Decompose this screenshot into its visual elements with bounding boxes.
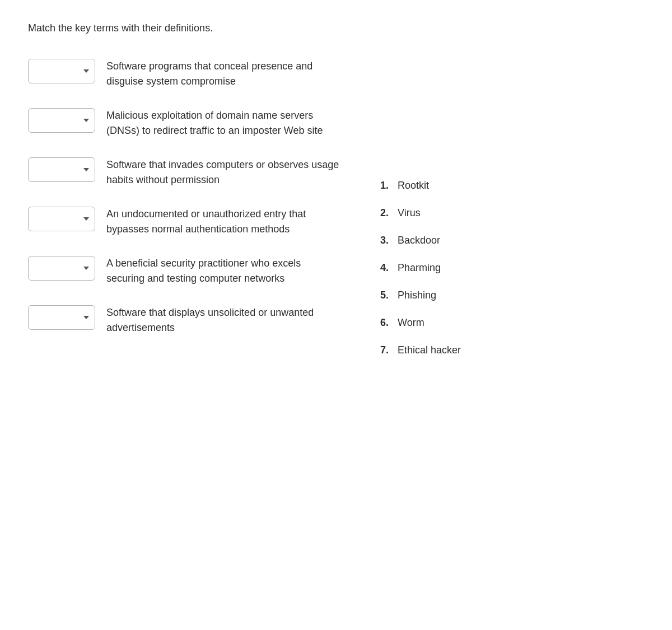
definition-text-6: Software that displays unsolicited or un…: [106, 303, 342, 335]
answer-item-6: 6.Worm: [375, 317, 644, 329]
dropdown-6[interactable]: [28, 305, 95, 330]
dropdown-2[interactable]: [28, 108, 95, 133]
chevron-down-icon: [83, 316, 89, 319]
definition-text-2: Malicious exploitation of domain name se…: [106, 106, 342, 138]
answer-number-5: 5.: [375, 290, 389, 301]
question-row-5: A beneficial security practitioner who e…: [28, 254, 342, 286]
answer-item-5: 5.Phishing: [375, 290, 644, 301]
answer-item-2: 2.Virus: [375, 207, 644, 219]
chevron-down-icon: [83, 168, 89, 171]
answer-number-1: 1.: [375, 180, 389, 192]
definition-text-1: Software programs that conceal presence …: [106, 57, 342, 89]
answer-label-7: Ethical hacker: [398, 344, 461, 356]
answer-item-7: 7.Ethical hacker: [375, 344, 644, 356]
dropdown-1[interactable]: [28, 59, 95, 83]
answer-number-7: 7.: [375, 344, 389, 356]
answer-item-4: 4.Pharming: [375, 262, 644, 274]
right-column: 1.Rootkit2.Virus3.Backdoor4.Pharming5.Ph…: [342, 57, 644, 356]
answer-label-3: Backdoor: [398, 235, 440, 246]
answer-number-2: 2.: [375, 207, 389, 219]
content-area: Software programs that conceal presence …: [28, 57, 644, 356]
answer-label-4: Pharming: [398, 262, 441, 274]
question-row-4: An undocumented or unauthorized entry th…: [28, 204, 342, 237]
answer-number-3: 3.: [375, 235, 389, 246]
answer-number-4: 4.: [375, 262, 389, 274]
page-title: Match the key terms with their definitio…: [28, 22, 644, 34]
left-column: Software programs that conceal presence …: [28, 57, 342, 335]
answer-label-6: Worm: [398, 317, 424, 329]
answer-item-1: 1.Rootkit: [375, 180, 644, 192]
answer-label-2: Virus: [398, 207, 421, 219]
definition-text-3: Software that invades computers or obser…: [106, 155, 342, 188]
chevron-down-icon: [83, 119, 89, 122]
dropdown-3[interactable]: [28, 157, 95, 182]
chevron-down-icon: [83, 69, 89, 73]
answer-number-6: 6.: [375, 317, 389, 329]
question-row-2: Malicious exploitation of domain name se…: [28, 106, 342, 138]
dropdown-5[interactable]: [28, 256, 95, 281]
answer-label-5: Phishing: [398, 290, 436, 301]
question-row-6: Software that displays unsolicited or un…: [28, 303, 342, 335]
question-row-1: Software programs that conceal presence …: [28, 57, 342, 89]
dropdown-4[interactable]: [28, 207, 95, 231]
definition-text-5: A beneficial security practitioner who e…: [106, 254, 342, 286]
chevron-down-icon: [83, 267, 89, 270]
definition-text-4: An undocumented or unauthorized entry th…: [106, 204, 342, 237]
question-row-3: Software that invades computers or obser…: [28, 155, 342, 188]
answer-item-3: 3.Backdoor: [375, 235, 644, 246]
chevron-down-icon: [83, 217, 89, 221]
answer-label-1: Rootkit: [398, 180, 429, 192]
